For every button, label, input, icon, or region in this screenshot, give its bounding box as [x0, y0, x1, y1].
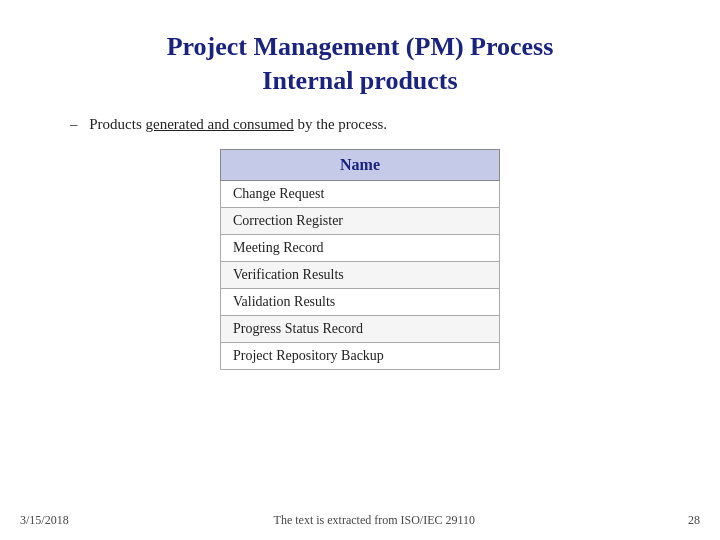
- subtitle-prefix: Products: [89, 116, 145, 132]
- footer-center-text: The text is extracted from ISO/IEC 29110: [79, 513, 670, 528]
- table-row: Progress Status Record: [221, 315, 500, 342]
- subtitle-paragraph: – Products generated and consumed by the…: [70, 116, 660, 133]
- table-row: Validation Results: [221, 288, 500, 315]
- table-row: Change Request: [221, 180, 500, 207]
- table-row: Project Repository Backup: [221, 342, 500, 369]
- title-line1: Project Management (PM) Process: [167, 32, 554, 61]
- subtitle-dash: –: [70, 116, 78, 132]
- table-row: Correction Register: [221, 207, 500, 234]
- slide-container: Project Management (PM) Process Internal…: [0, 0, 720, 540]
- subtitle-underlined: generated and consumed: [146, 116, 294, 132]
- products-table: Name Change RequestCorrection RegisterMe…: [220, 149, 500, 370]
- subtitle-section: – Products generated and consumed by the…: [60, 116, 660, 133]
- title-section: Project Management (PM) Process Internal…: [167, 30, 554, 98]
- main-title: Project Management (PM) Process Internal…: [167, 30, 554, 98]
- footer-date: 3/15/2018: [20, 513, 69, 528]
- table-wrapper: Name Change RequestCorrection RegisterMe…: [60, 149, 660, 370]
- title-line2: Internal products: [262, 66, 457, 95]
- table-row: Meeting Record: [221, 234, 500, 261]
- table-header: Name: [221, 149, 500, 180]
- footer: 3/15/2018 The text is extracted from ISO…: [0, 513, 720, 528]
- subtitle-suffix: by the process.: [294, 116, 387, 132]
- footer-page-number: 28: [680, 513, 700, 528]
- table-row: Verification Results: [221, 261, 500, 288]
